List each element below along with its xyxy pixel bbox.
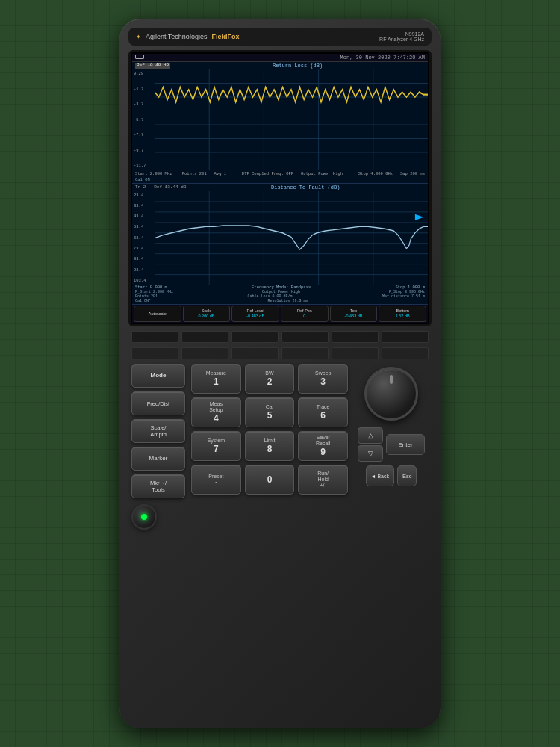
chart2-y-labels: 23.4 33.4 43.4 53.4 63.4 73.4 83.4 93.4 … xyxy=(134,191,155,285)
back-esc-row: ◄ Back Esc xyxy=(366,465,417,486)
num-row-4: Preset • 0 Run/Hold+/- xyxy=(191,465,348,495)
nav-arrows: △ ▽ xyxy=(358,427,383,462)
chart2-area: Tr 2 Ref 13.44 dB Distance To Fault (dB)… xyxy=(132,184,428,306)
softkey-bottom[interactable]: Bottom 1.52 dB xyxy=(379,306,426,322)
brand-left: ✦ Agilent Technologies FieldFox xyxy=(136,33,239,40)
up-arrow-button[interactable]: △ xyxy=(358,427,383,444)
chart2-footer4: Cal ON* Resolution 29.3 mm xyxy=(132,299,428,304)
chart1-footer: Start 2.000 MHz Points 201 Avg 1 DTF Cou… xyxy=(132,170,428,177)
chart1-canvas xyxy=(155,69,428,170)
chart1-cal-row: Cal ON xyxy=(132,177,428,183)
display-screen: Mon, 30 Nov 2020 7:47:20 AM Ref -0.48 dB… xyxy=(128,50,432,326)
save-recall-button[interactable]: Save/Recall 9 xyxy=(298,431,348,461)
sk2-3[interactable] xyxy=(231,347,279,359)
status-bar: Mon, 30 Nov 2020 7:47:20 AM xyxy=(132,54,428,62)
zero-button[interactable]: 0 xyxy=(245,465,295,495)
softkey-ref-level[interactable]: Ref Level -0.483 dB xyxy=(231,306,279,322)
chart1-ref-label: Ref -0.48 dB xyxy=(135,63,170,69)
back-button[interactable]: ◄ Back xyxy=(366,465,394,486)
sk2-6[interactable] xyxy=(382,347,429,359)
knob-container xyxy=(361,364,421,424)
fieldfox-device: ✦ Agilent Technologies FieldFox N9912A R… xyxy=(119,19,441,728)
trace-button[interactable]: Trace 6 xyxy=(298,397,348,427)
main-keypad: Mode Freq/Dist Scale/Amptd Marker Mkr→/T… xyxy=(128,364,432,498)
numeric-keypad: Measure 1 BW 2 Sweep 3 MeasSetup 4 xyxy=(191,364,348,495)
mode-button[interactable]: Mode xyxy=(131,364,185,388)
chart1-title: Return Loss (dB) xyxy=(273,63,323,69)
chart1-svg xyxy=(155,69,428,170)
limit-button[interactable]: Limit 8 xyxy=(245,431,295,461)
softkey-labels-row: Autoscale Scale 0.200 dB Ref Level -0.48… xyxy=(132,305,428,323)
num-row-1: Measure 1 BW 2 Sweep 3 xyxy=(191,364,348,394)
run-hold-button[interactable]: Run/Hold+/- xyxy=(298,465,348,495)
second-softkey-buttons xyxy=(128,347,432,359)
chart2-tr-label: Tr 2 Ref 13.44 dB xyxy=(135,185,186,190)
top-sk-2[interactable] xyxy=(181,331,228,343)
sk2-5[interactable] xyxy=(332,347,379,359)
esc-button[interactable]: Esc xyxy=(397,465,417,486)
model-info: N9912A RF Analyzer 4 GHz xyxy=(379,31,424,42)
power-button[interactable] xyxy=(131,504,157,530)
num-row-3: System 7 Limit 8 Save/Recall 9 xyxy=(191,431,348,461)
marker-button[interactable]: Marker xyxy=(131,447,185,471)
bw-button[interactable]: BW 2 xyxy=(245,364,295,394)
softkey-ref-pos[interactable]: Ref Pos 0 xyxy=(281,306,329,322)
bottom-row xyxy=(128,504,432,530)
top-softkey-buttons xyxy=(128,331,432,343)
preset-button[interactable]: Preset • xyxy=(191,465,241,495)
battery-indicator xyxy=(135,55,146,61)
right-nav-cluster: △ ▽ Enter ◄ Back Esc xyxy=(354,364,429,486)
system-button[interactable]: System 7 xyxy=(191,431,241,461)
down-arrow-button[interactable]: ▽ xyxy=(358,445,383,462)
sk2-2[interactable] xyxy=(181,347,228,359)
power-led xyxy=(141,514,147,520)
chart2-title: Distance To Fault (dB) xyxy=(271,185,340,190)
chart2-canvas xyxy=(155,191,428,285)
datetime-display: Mon, 30 Nov 2020 7:47:20 AM xyxy=(340,55,425,61)
product-line: FieldFox xyxy=(211,33,239,40)
top-sk-6[interactable] xyxy=(382,331,429,343)
softkey-scale[interactable]: Scale 0.200 dB xyxy=(183,306,231,322)
softkey-top[interactable]: Top -0.483 dB xyxy=(330,306,378,322)
enter-button[interactable]: Enter xyxy=(386,434,425,455)
arrow-enter-row: △ ▽ Enter xyxy=(358,427,425,462)
sk2-4[interactable] xyxy=(281,347,329,359)
chart1-body: 0.28 -1.7 -3.7 -5.7 -7.7 -9.7 -11.7 xyxy=(132,69,428,170)
svg-marker-22 xyxy=(415,214,423,220)
chart1-area: Ref -0.48 dB Return Loss (dB) 0.28 -1.7 … xyxy=(132,62,428,184)
scale-amptd-button[interactable]: Scale/Amptd xyxy=(131,419,185,443)
screen-content: Mon, 30 Nov 2020 7:47:20 AM Ref -0.48 dB… xyxy=(132,54,428,323)
top-sk-3[interactable] xyxy=(231,331,279,343)
brand-panel: ✦ Agilent Technologies FieldFox N9912A R… xyxy=(128,28,432,46)
sk2-1[interactable] xyxy=(131,347,178,359)
chart2-body: 23.4 33.4 43.4 53.4 63.4 73.4 83.4 93.4 … xyxy=(132,191,428,285)
meas-setup-button[interactable]: MeasSetup 4 xyxy=(191,397,241,427)
chart1-header: Ref -0.48 dB Return Loss (dB) xyxy=(132,62,428,69)
mkr-tools-button[interactable]: Mkr→/Tools xyxy=(131,474,185,498)
freq-dist-button[interactable]: Freq/Dist xyxy=(131,391,185,415)
battery-icon xyxy=(135,55,144,59)
measure-button[interactable]: Measure 1 xyxy=(191,364,241,394)
top-sk-4[interactable] xyxy=(281,331,329,343)
rotary-knob[interactable] xyxy=(364,367,418,421)
chart2-svg xyxy=(155,191,428,285)
chart2-footer1: Start 0.000 m Frequency Mode: Bandpass S… xyxy=(132,285,428,290)
brand-name: Agilent Technologies xyxy=(146,33,207,40)
top-sk-5[interactable] xyxy=(332,331,379,343)
chart2-header: Tr 2 Ref 13.44 dB Distance To Fault (dB) xyxy=(132,184,428,191)
left-function-keys: Mode Freq/Dist Scale/Amptd Marker Mkr→/T… xyxy=(131,364,185,498)
top-sk-1[interactable] xyxy=(131,331,178,343)
agilent-sunburst: ✦ xyxy=(136,34,141,40)
num-row-2: MeasSetup 4 Cal 5 Trace 6 xyxy=(191,397,348,427)
chart1-y-labels: 0.28 -1.7 -3.7 -5.7 -7.7 -9.7 -11.7 xyxy=(134,69,155,170)
cal-button[interactable]: Cal 5 xyxy=(245,397,295,427)
sweep-button[interactable]: Sweep 3 xyxy=(298,364,348,394)
softkey-autoscale[interactable]: Autoscale xyxy=(134,306,181,322)
